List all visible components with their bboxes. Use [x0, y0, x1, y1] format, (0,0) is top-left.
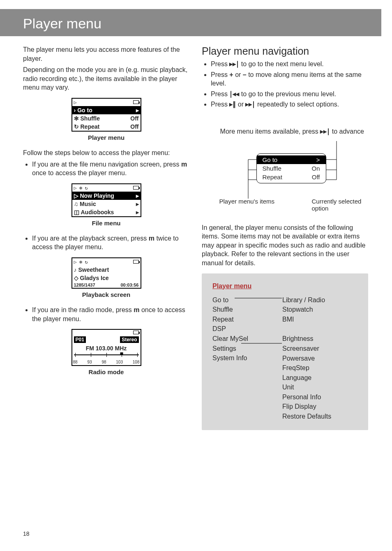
- follow-text: Follow the steps below to access the pla…: [23, 148, 189, 157]
- text: or: [233, 71, 243, 78]
- player-menu-summary: Player menu Go to Shuffle Repeat DSP Cle…: [202, 273, 368, 430]
- dial-label: 108: [133, 360, 140, 364]
- text: to go to the previous menu level.: [239, 90, 336, 97]
- menu-item: Library / Radio: [282, 296, 331, 305]
- text: If you are at the playback screen, press: [32, 235, 149, 242]
- nav-list: Press ▸▸∣ to go to the next menu level. …: [202, 60, 368, 109]
- fast-forward-icon: ▸▸∣: [229, 60, 239, 67]
- fig-playback: ▷ ✻ ↻ ♪ Sweetheart ◇ Gladys Ice 1285/143…: [23, 257, 189, 298]
- wire-row: Shuffle On: [257, 164, 326, 173]
- row-value: Off: [130, 115, 138, 122]
- text: repeatedly to select options.: [255, 101, 339, 108]
- left-column: The player menu lets you access more fea…: [23, 45, 189, 430]
- menu-item: Personal Info: [282, 393, 331, 402]
- play-pause-icon: ▸∥: [229, 101, 236, 108]
- chevron-right-icon: ▸: [136, 201, 139, 207]
- audiobooks-icon: ◫: [74, 209, 79, 215]
- lcd-file-menu: ▷ ✻ ↻ ▷ Now Playing ▸ ♫ Music ▸ ◫: [71, 183, 141, 217]
- general-para: In general, the player menu consists of …: [202, 223, 368, 268]
- bullet-1: If you are at the file menu navigation s…: [32, 160, 189, 178]
- fig-file-menu: ▷ ✻ ↻ ▷ Now Playing ▸ ♫ Music ▸ ◫: [23, 183, 189, 227]
- intro-2: Depending on the mode you are in (e.g. m…: [23, 65, 189, 92]
- menu-item: Brightness: [282, 334, 331, 343]
- text: Press: [211, 71, 229, 78]
- menu-item: Restore Defaults: [282, 412, 331, 421]
- status-icons: ▷ ✻ ↻: [74, 259, 88, 265]
- key-m: m: [134, 306, 139, 313]
- play-icon: ▷: [74, 100, 77, 105]
- frequency: FM 103.00 MHz: [72, 344, 141, 352]
- summary-title: Player menu: [212, 282, 357, 290]
- lcd-radio: P01 Stereo FM 103.00 MHz 88 93 98: [71, 329, 141, 366]
- menu-item: FreqStep: [282, 363, 331, 373]
- dial-label: 88: [73, 360, 78, 364]
- summary-left-col: Go to Shuffle Repeat DSP Clear MySel Set…: [212, 296, 266, 421]
- menu-item: Unit: [282, 383, 331, 392]
- menu-item: Stopwatch: [282, 305, 331, 314]
- row-value: Off: [130, 123, 138, 130]
- wire-label: Shuffle: [263, 165, 281, 172]
- lcd-player-menu: ▷ › Go to ▸ ✻ Shuffle Off ↻ Repea: [71, 98, 141, 132]
- nowplaying-icon: ▷: [74, 192, 78, 199]
- label-items: Player menu's items: [219, 198, 289, 205]
- title-bar: Player menu: [0, 9, 381, 36]
- nav-item-next: Press ▸▸∣ to go to the next menu level.: [211, 60, 368, 69]
- page-body: The player menu lets you access more fea…: [23, 45, 376, 430]
- artist-name: Gladys Ice: [80, 275, 109, 281]
- text: to go to the next menu level.: [239, 60, 323, 67]
- chevron-right-icon: ▸: [136, 107, 139, 113]
- tuning-marker-icon: [120, 352, 123, 355]
- bullet-3: If you are in the radio mode, press m on…: [32, 306, 189, 323]
- menu-item: Go to: [212, 296, 266, 305]
- note-icon: ♪: [74, 266, 77, 273]
- wire-label: Repeat: [263, 174, 282, 181]
- dial-label: 93: [87, 360, 92, 364]
- row-label: Shuffle: [81, 115, 100, 122]
- menu-item: DSP: [212, 324, 266, 333]
- stereo-badge: Stereo: [120, 336, 138, 343]
- chevron-right-icon: ▸: [136, 192, 139, 199]
- menu-item: Repeat: [212, 315, 266, 324]
- text: Press: [211, 101, 229, 108]
- elapsed-time: 00:03:56: [120, 282, 138, 287]
- intro-1: The player menu lets you access more fea…: [23, 45, 189, 63]
- fast-forward-icon: ▸▸∣: [245, 101, 255, 108]
- label-selected: Currently selected option: [312, 198, 378, 212]
- minus-icon: –: [243, 71, 247, 78]
- music-icon: ♫: [74, 201, 78, 207]
- wire-value: >: [316, 156, 320, 163]
- menu-item: Screensaver: [282, 344, 331, 353]
- bullet-list: If you are in the radio mode, press m on…: [23, 306, 189, 323]
- fast-forward-icon: ▸▸∣: [320, 128, 330, 135]
- dial-label: 103: [116, 360, 123, 364]
- wire-label: Go to: [263, 156, 278, 163]
- rewind-icon: ∣◂◂: [229, 90, 239, 97]
- section-heading: Player menu navigation: [202, 45, 368, 57]
- fig-caption: File menu: [92, 220, 120, 227]
- fig-caption: Playback screen: [82, 291, 131, 298]
- text: If you are in the radio mode, press: [32, 306, 134, 313]
- menu-item: Powersave: [282, 354, 331, 363]
- row-label: Now Playing: [80, 192, 114, 199]
- nav-item-prev: Press ∣◂◂ to go to the previous menu lev…: [211, 90, 368, 99]
- track-counter: 1285/1437: [74, 282, 95, 287]
- menu-item: BMI: [282, 315, 331, 324]
- advance-hint: More menu items available, press ▸▸∣ to …: [202, 127, 368, 136]
- fig-player-menu: ▷ › Go to ▸ ✻ Shuffle Off ↻ Repea: [23, 98, 189, 141]
- battery-icon: [133, 260, 139, 264]
- battery-icon: [133, 186, 139, 190]
- text: to advance: [330, 128, 364, 135]
- text: If you are at the file menu navigation s…: [32, 161, 181, 168]
- menu-item: Shuffle: [212, 305, 266, 314]
- key-m: m: [149, 235, 154, 242]
- page-number: 18: [23, 530, 30, 537]
- song-title: Sweetheart: [78, 266, 109, 273]
- text: More menu items available, press: [220, 128, 321, 135]
- summary-right-col: Library / Radio Stopwatch BMI Brightness…: [282, 296, 331, 421]
- preset-badge: P01: [74, 336, 86, 343]
- menu-item: Settings: [212, 344, 266, 353]
- wire-menu-box: Go to > Shuffle On Repeat Off: [256, 153, 326, 183]
- text: or: [236, 101, 245, 108]
- wire-row: Go to >: [257, 155, 326, 164]
- wire-value: On: [311, 165, 320, 172]
